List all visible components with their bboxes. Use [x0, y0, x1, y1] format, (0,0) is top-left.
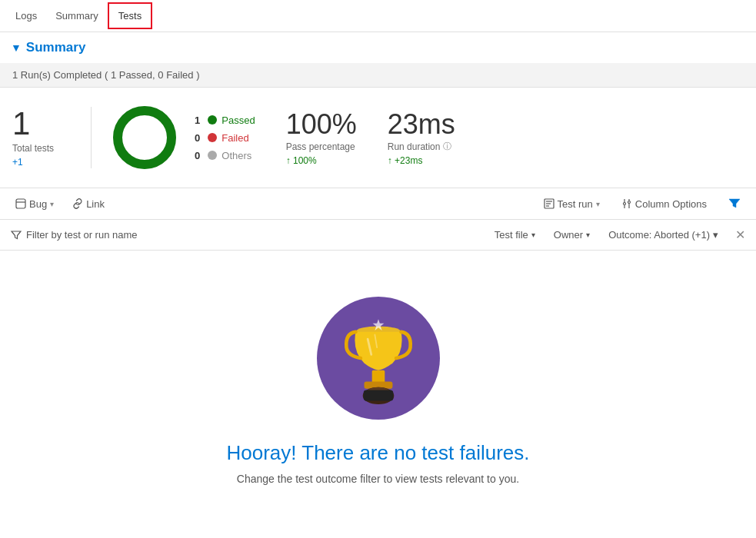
total-tests-number: 1: [12, 108, 54, 140]
outcome-label: Outcome: Aborted (+1): [608, 229, 710, 241]
run-duration-change: ↑ +23ms: [388, 155, 455, 166]
svg-point-8: [623, 203, 625, 205]
legend-others-label: Others: [221, 150, 251, 161]
filter-funnel-icon: [728, 198, 741, 210]
tab-summary[interactable]: Summary: [46, 4, 108, 28]
filter-right: Test file ▾ Owner ▾ Outcome: Aborted (+1…: [488, 226, 745, 244]
legend: 1 Passed 0 Failed 0 Others: [195, 115, 255, 161]
info-icon: ⓘ: [443, 141, 451, 152]
filter-left: Filter by test or run name: [11, 229, 138, 241]
passed-dot: [208, 115, 217, 125]
sub-text: Change the test outcome filter to view t…: [237, 473, 519, 485]
filter-bar: Filter by test or run name Test file ▾ O…: [0, 220, 756, 251]
toolbar-left: Bug ▾ Link: [11, 195, 109, 213]
legend-failed-count: 0: [195, 132, 200, 144]
failed-dot: [208, 133, 217, 142]
others-dot: [208, 151, 217, 160]
svg-rect-2: [16, 199, 25, 208]
run-duration-label: Run duration ⓘ: [388, 141, 455, 152]
stats-area: 1 Total tests +1 1 Passed 0 Failed 0 Oth…: [0, 88, 756, 188]
summary-header: ▼ Summary: [0, 32, 756, 63]
total-tests-block: 1 Total tests +1: [12, 108, 54, 168]
owner-chevron-icon: ▾: [586, 231, 590, 239]
test-run-label: Test run: [558, 198, 593, 210]
trophy-illustration: [317, 297, 440, 420]
filter-bar-icon: [11, 230, 22, 241]
bug-icon: [15, 198, 26, 209]
legend-others-count: 0: [195, 150, 200, 161]
chevron-icon[interactable]: ▼: [11, 42, 22, 54]
column-options-icon: [621, 198, 632, 209]
close-filter-button[interactable]: ✕: [735, 227, 745, 242]
column-options-button[interactable]: Column Options: [617, 195, 711, 213]
link-label: Link: [86, 198, 105, 210]
tab-tests[interactable]: Tests: [108, 2, 152, 29]
toolbar: Bug ▾ Link Test run ▾: [0, 188, 756, 220]
trophy-svg: [336, 312, 421, 404]
pass-percentage-change: ↑ 100%: [286, 155, 357, 166]
pass-percentage-block: 100% Pass percentage ↑ 100%: [286, 109, 357, 166]
pass-percentage-value: 100%: [286, 109, 357, 140]
owner-label: Owner: [554, 229, 583, 241]
link-icon: [72, 198, 83, 209]
owner-button[interactable]: Owner ▾: [548, 226, 596, 244]
test-run-icon: [544, 198, 555, 209]
run-duration-value: 23ms: [388, 109, 455, 140]
bug-chevron-icon: ▾: [50, 200, 54, 208]
legend-item-others: 0 Others: [195, 150, 255, 161]
legend-passed-count: 1: [195, 115, 200, 126]
tab-logs[interactable]: Logs: [6, 4, 46, 28]
legend-passed-label: Passed: [221, 115, 255, 126]
main-content: Hooray! There are no test failures. Chan…: [0, 251, 756, 516]
legend-failed-label: Failed: [221, 132, 248, 144]
column-options-label: Column Options: [635, 198, 707, 210]
legend-item-passed: 1 Passed: [195, 115, 255, 126]
stats-divider: [91, 107, 92, 168]
outcome-button[interactable]: Outcome: Aborted (+1) ▾: [602, 226, 724, 244]
filter-icon-button[interactable]: [724, 194, 745, 213]
svg-point-1: [118, 111, 172, 164]
summary-title: Summary: [26, 40, 85, 55]
svg-point-11: [628, 201, 630, 204]
pass-percentage-label: Pass percentage: [286, 141, 357, 152]
test-file-chevron-icon: ▾: [531, 231, 535, 239]
svg-rect-15: [371, 370, 385, 384]
run-info-bar: 1 Run(s) Completed ( 1 Passed, 0 Failed …: [0, 63, 756, 88]
run-duration-block: 23ms Run duration ⓘ ↑ +23ms: [388, 109, 455, 167]
total-tests-label: Total tests: [12, 143, 54, 154]
test-file-button[interactable]: Test file ▾: [488, 226, 541, 244]
outcome-chevron-icon: ▾: [713, 229, 718, 241]
bug-label: Bug: [29, 198, 47, 210]
test-run-button[interactable]: Test run ▾: [539, 195, 604, 213]
toolbar-right: Test run ▾ Column Options: [539, 194, 745, 213]
donut-chart: [110, 103, 179, 172]
bug-button[interactable]: Bug ▾: [11, 195, 58, 213]
svg-rect-22: [363, 390, 393, 401]
total-tests-change: +1: [12, 157, 54, 168]
run-info-text: 1 Run(s) Completed ( 1 Passed, 0 Failed …: [12, 69, 200, 81]
test-file-label: Test file: [495, 229, 528, 241]
hooray-text: Hooray! There are no test failures.: [226, 441, 529, 465]
legend-item-failed: 0 Failed: [195, 132, 255, 144]
link-button[interactable]: Link: [68, 195, 109, 213]
filter-placeholder: Filter by test or run name: [26, 229, 138, 241]
test-run-chevron-icon: ▾: [596, 200, 600, 208]
tabs-bar: Logs Summary Tests: [0, 0, 756, 32]
